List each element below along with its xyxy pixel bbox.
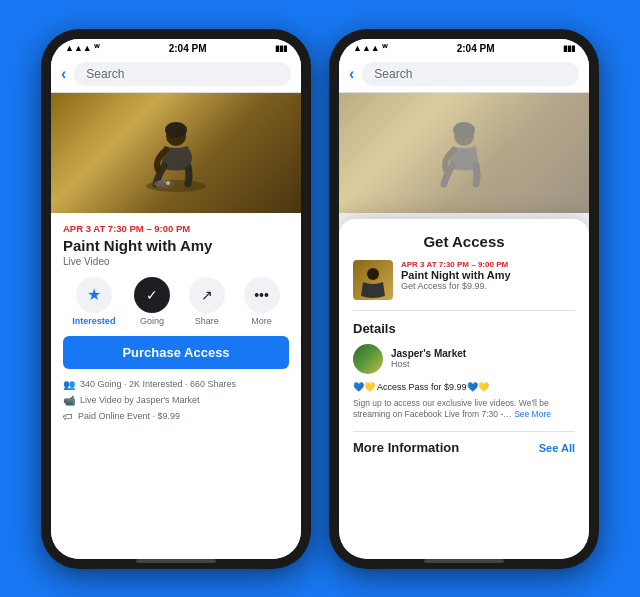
checkmark-icon: ✓ xyxy=(134,277,170,313)
details-label: Details xyxy=(353,321,575,336)
phone-right: ▲▲▲ ᵂ 2:04 PM ▮▮▮ ‹ Search xyxy=(329,29,599,569)
battery-left: ▮▮▮ xyxy=(275,44,287,53)
action-share[interactable]: ↗ Share xyxy=(189,277,225,326)
modal-event-row: APR 3 AT 7:30 PM – 9:00 PM Paint Night w… xyxy=(353,260,575,311)
home-indicator-left xyxy=(136,559,216,563)
svg-point-8 xyxy=(453,122,475,138)
phone-left: ▲▲▲ ᵂ 2:04 PM ▮▮▮ ‹ Search xyxy=(41,29,311,569)
svg-point-6 xyxy=(166,181,170,185)
signal-right: ▲▲▲ ᵂ xyxy=(353,43,388,53)
action-going[interactable]: ✓ Going xyxy=(134,277,170,326)
svg-point-2 xyxy=(165,122,187,138)
time-right: 2:04 PM xyxy=(457,43,495,54)
share-label: Share xyxy=(195,316,219,326)
video-stat: Live Video by Jasper's Market xyxy=(80,395,200,405)
access-pass-row: 💙💛 Access Pass for $9.99💙💛 xyxy=(353,382,575,392)
search-input-right[interactable]: Search xyxy=(362,62,579,86)
see-more-link[interactable]: See More xyxy=(514,409,551,419)
stat-video: 📹 Live Video by Jasper's Market xyxy=(63,395,289,406)
host-info: Jasper's Market Host xyxy=(391,348,466,369)
going-label: Going xyxy=(140,316,164,326)
event-stats: 👥 340 Going · 2K Interested · 660 Shares… xyxy=(63,379,289,422)
search-input-left[interactable]: Search xyxy=(74,62,291,86)
svg-point-9 xyxy=(367,268,379,280)
host-role: Host xyxy=(391,359,466,369)
host-name: Jasper's Market xyxy=(391,348,466,359)
signal-left: ▲▲▲ ᵂ xyxy=(65,43,100,53)
svg-point-4 xyxy=(158,181,162,185)
event-date-left: APR 3 AT 7:30 PM – 9:00 PM xyxy=(63,223,289,234)
action-interested[interactable]: ★ Interested xyxy=(72,277,115,326)
description-text: Sign up to access our exclusive live vid… xyxy=(353,398,575,422)
star-icon: ★ xyxy=(76,277,112,313)
purchase-access-button[interactable]: Purchase Access xyxy=(63,336,289,369)
time-left: 2:04 PM xyxy=(169,43,207,54)
stat-going: 👥 340 Going · 2K Interested · 660 Shares xyxy=(63,379,289,390)
going-stat: 340 Going · 2K Interested · 660 Shares xyxy=(80,379,236,389)
svg-point-5 xyxy=(162,179,166,183)
more-info-row: More Information See All xyxy=(353,431,575,455)
people-icon: 👥 xyxy=(63,379,75,390)
event-image-person-right xyxy=(424,108,504,198)
interested-label: Interested xyxy=(72,316,115,326)
action-more[interactable]: ••• More xyxy=(244,277,280,326)
search-bar-left[interactable]: ‹ Search xyxy=(51,56,301,93)
more-info-label: More Information xyxy=(353,440,459,455)
access-pass-text: 💙💛 Access Pass for $9.99💙💛 xyxy=(353,382,489,392)
modal-event-name: Paint Night with Amy xyxy=(401,269,575,281)
host-row: Jasper's Market Host xyxy=(353,344,575,374)
more-label: More xyxy=(251,316,272,326)
status-bar-left: ▲▲▲ ᵂ 2:04 PM ▮▮▮ xyxy=(51,39,301,56)
event-image-person xyxy=(136,108,216,198)
share-icon: ↗ xyxy=(189,277,225,313)
modal-title: Get Access xyxy=(353,233,575,250)
video-icon: 📹 xyxy=(63,395,75,406)
get-access-modal: Get Access APR 3 AT 7:30 PM – 9:00 PM Pa… xyxy=(339,219,589,559)
modal-event-date: APR 3 AT 7:30 PM – 9:00 PM xyxy=(401,260,575,269)
action-row-left: ★ Interested ✓ Going ↗ Share ••• More xyxy=(63,277,289,326)
status-bar-right: ▲▲▲ ᵂ 2:04 PM ▮▮▮ xyxy=(339,39,589,56)
modal-event-info: APR 3 AT 7:30 PM – 9:00 PM Paint Night w… xyxy=(401,260,575,291)
search-bar-right[interactable]: ‹ Search xyxy=(339,56,589,93)
modal-event-price: Get Access for $9.99. xyxy=(401,281,575,291)
battery-right: ▮▮▮ xyxy=(563,44,575,53)
modal-event-thumbnail xyxy=(353,260,393,300)
event-title-left: Paint Night with Amy xyxy=(63,237,289,254)
tag-icon: 🏷 xyxy=(63,411,73,422)
stat-paid: 🏷 Paid Online Event · $9.99 xyxy=(63,411,289,422)
event-subtitle-left: Live Video xyxy=(63,256,289,267)
paid-stat: Paid Online Event · $9.99 xyxy=(78,411,180,421)
search-placeholder-right: Search xyxy=(374,67,412,81)
search-placeholder-left: Search xyxy=(86,67,124,81)
event-image-right xyxy=(339,93,589,213)
see-all-link[interactable]: See All xyxy=(539,442,575,454)
more-icon: ••• xyxy=(244,277,280,313)
home-indicator-right xyxy=(424,559,504,563)
host-avatar xyxy=(353,344,383,374)
event-content-left: APR 3 AT 7:30 PM – 9:00 PM Paint Night w… xyxy=(51,213,301,559)
back-arrow-right[interactable]: ‹ xyxy=(349,65,354,83)
event-image-left xyxy=(51,93,301,213)
back-arrow-left[interactable]: ‹ xyxy=(61,65,66,83)
